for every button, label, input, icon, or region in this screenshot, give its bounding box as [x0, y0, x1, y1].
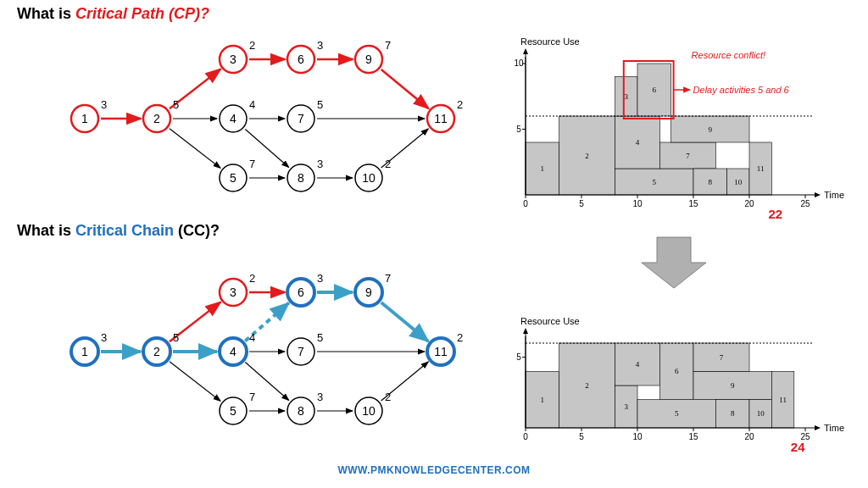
svg-text:11: 11 — [434, 112, 448, 125]
svg-text:8: 8 — [709, 178, 713, 186]
svg-text:Resource conflict!: Resource conflict! — [692, 50, 765, 60]
svg-text:2: 2 — [249, 272, 255, 285]
svg-text:4: 4 — [230, 112, 236, 125]
svg-text:9: 9 — [731, 381, 735, 390]
svg-text:7: 7 — [249, 158, 255, 170]
svg-text:5: 5 — [516, 125, 521, 134]
svg-text:8: 8 — [298, 171, 304, 185]
svg-text:7: 7 — [385, 272, 391, 285]
svg-text:5: 5 — [230, 171, 236, 185]
svg-text:9: 9 — [365, 286, 372, 299]
svg-text:2: 2 — [385, 391, 391, 403]
svg-text:10: 10 — [632, 199, 643, 208]
svg-text:1: 1 — [541, 396, 545, 404]
svg-text:15: 15 — [688, 199, 698, 208]
svg-text:11: 11 — [779, 396, 787, 404]
svg-text:8: 8 — [731, 409, 735, 418]
svg-text:10: 10 — [362, 404, 376, 418]
svg-text:5: 5 — [579, 199, 584, 208]
svg-text:8: 8 — [298, 404, 304, 418]
svg-text:4: 4 — [636, 138, 640, 147]
svg-text:6: 6 — [675, 367, 679, 375]
svg-text:4: 4 — [249, 98, 255, 111]
svg-text:15: 15 — [688, 432, 698, 441]
svg-text:11: 11 — [757, 164, 765, 173]
svg-text:2: 2 — [249, 39, 255, 52]
svg-text:2: 2 — [585, 381, 589, 390]
svg-text:11: 11 — [434, 345, 448, 358]
network-diagrams: 1325324457637583971021121325324457637583… — [0, 0, 475, 474]
svg-line-3 — [170, 129, 220, 169]
svg-text:20: 20 — [744, 432, 754, 441]
svg-text:2: 2 — [385, 158, 391, 170]
svg-text:7: 7 — [298, 345, 304, 358]
svg-text:Delay activities 5 and 6: Delay activities 5 and 6 — [693, 85, 790, 95]
svg-text:3: 3 — [101, 98, 107, 111]
svg-text:6: 6 — [298, 53, 304, 66]
svg-text:25: 25 — [800, 199, 810, 208]
svg-text:5: 5 — [173, 331, 179, 344]
svg-text:10: 10 — [734, 178, 743, 186]
svg-text:5: 5 — [516, 352, 521, 362]
svg-text:2: 2 — [457, 98, 463, 111]
svg-text:7: 7 — [686, 152, 690, 160]
svg-text:5: 5 — [317, 98, 323, 111]
svg-text:Resource Use: Resource Use — [520, 36, 580, 47]
svg-text:3: 3 — [317, 272, 323, 285]
svg-text:10: 10 — [632, 432, 643, 441]
svg-text:2: 2 — [153, 345, 160, 358]
svg-text:3: 3 — [625, 402, 629, 411]
svg-text:Time: Time — [824, 423, 844, 433]
svg-text:3: 3 — [317, 158, 323, 170]
svg-text:7: 7 — [249, 391, 255, 403]
svg-text:3: 3 — [317, 39, 323, 52]
resource-charts: 12543678910110510152025510Resource UseTi… — [492, 0, 868, 474]
svg-text:6: 6 — [653, 86, 657, 94]
svg-text:4: 4 — [249, 331, 255, 344]
svg-text:1: 1 — [81, 345, 88, 358]
svg-text:5: 5 — [173, 98, 179, 111]
svg-text:0: 0 — [523, 199, 528, 208]
svg-text:4: 4 — [636, 360, 640, 369]
svg-text:10: 10 — [362, 171, 376, 185]
svg-text:5: 5 — [579, 432, 584, 441]
svg-text:5: 5 — [230, 404, 236, 418]
svg-text:4: 4 — [230, 345, 236, 358]
svg-text:0: 0 — [523, 432, 528, 441]
svg-text:5: 5 — [653, 178, 657, 186]
svg-line-11 — [381, 69, 429, 108]
svg-text:7: 7 — [385, 39, 391, 52]
svg-text:22: 22 — [768, 207, 782, 221]
footer-link[interactable]: WWW.PMKNOWLEDGECENTER.COM — [337, 464, 530, 476]
svg-text:6: 6 — [298, 286, 304, 299]
svg-text:1: 1 — [81, 112, 88, 125]
svg-text:Time: Time — [824, 190, 844, 200]
svg-text:5: 5 — [675, 409, 679, 418]
svg-text:7: 7 — [298, 112, 304, 125]
svg-text:3: 3 — [230, 53, 236, 66]
svg-text:3: 3 — [317, 391, 323, 403]
svg-text:10: 10 — [757, 409, 765, 418]
svg-text:Resource Use: Resource Use — [520, 316, 580, 326]
svg-text:2: 2 — [153, 112, 160, 125]
svg-text:9: 9 — [709, 125, 713, 134]
svg-text:5: 5 — [317, 331, 323, 344]
svg-line-49 — [170, 362, 220, 402]
svg-text:7: 7 — [720, 353, 724, 362]
svg-text:2: 2 — [457, 331, 463, 344]
svg-text:3: 3 — [101, 331, 107, 344]
svg-text:10: 10 — [514, 58, 524, 68]
svg-text:3: 3 — [625, 92, 629, 101]
svg-text:9: 9 — [365, 53, 372, 66]
svg-text:24: 24 — [791, 440, 805, 454]
svg-text:1: 1 — [541, 164, 545, 173]
svg-line-58 — [381, 302, 429, 341]
svg-text:2: 2 — [585, 152, 589, 160]
svg-text:3: 3 — [230, 286, 236, 299]
svg-text:20: 20 — [744, 199, 754, 208]
